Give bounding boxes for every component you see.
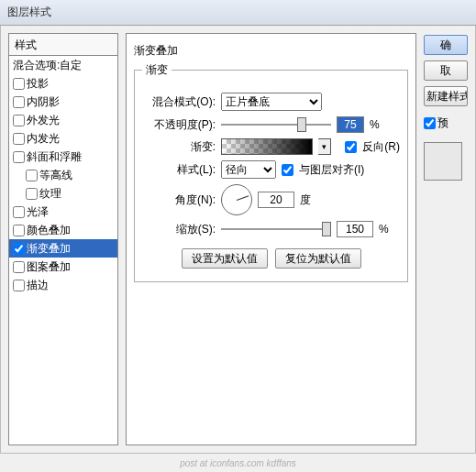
sidebar-label-5: 斜面和浮雕 [27,148,82,166]
sidebar-checkbox-5[interactable] [13,151,25,163]
sidebar-item-10[interactable]: 渐变叠加 [9,239,117,258]
sidebar-checkbox-2[interactable] [13,96,25,108]
scale-slider[interactable] [221,228,331,230]
sidebar-checkbox-10[interactable] [13,243,25,255]
styles-sidebar: 样式 混合选项:自定投影内阴影外发光内发光斜面和浮雕等高线纹理光泽颜色叠加渐变叠… [8,33,118,445]
sidebar-label-1: 投影 [27,74,49,93]
reverse-label: 反向(R) [362,139,400,155]
sidebar-header: 样式 [9,34,117,56]
group-title: 渐变叠加 [134,43,408,59]
sidebar-label-9: 颜色叠加 [27,221,71,239]
sidebar-label-12: 描边 [27,276,49,294]
sidebar-label-8: 光泽 [27,203,49,221]
sidebar-label-3: 外发光 [27,111,60,129]
sidebar-item-6[interactable]: 等高线 [9,166,117,184]
opacity-label: 不透明度(P): [142,117,216,133]
sidebar-label-4: 内发光 [27,129,60,148]
sidebar-item-5[interactable]: 斜面和浮雕 [9,148,117,166]
angle-unit: 度 [300,192,311,208]
scale-label: 缩放(S): [142,222,216,237]
sidebar-checkbox-4[interactable] [13,133,25,145]
sidebar-checkbox-1[interactable] [13,78,25,90]
gradient-fieldset: 渐变 混合模式(O): 正片叠底 不透明度(P): % 渐变: ▾ [134,62,408,282]
opacity-input[interactable] [337,116,364,133]
fieldset-legend: 渐变 [142,62,172,78]
sidebar-item-1[interactable]: 投影 [9,74,117,93]
sidebar-label-10: 渐变叠加 [27,239,71,258]
titlebar: 图层样式 [0,0,476,26]
ok-button[interactable]: 确 [424,35,468,55]
gradient-label: 渐变: [142,139,216,155]
preview-label: 预 [437,115,448,131]
sidebar-item-2[interactable]: 内阴影 [9,93,117,111]
angle-label: 角度(N): [142,192,216,208]
scale-unit: % [379,223,389,236]
reset-default-button[interactable]: 复位为默认值 [275,248,361,269]
scale-input[interactable] [337,221,373,237]
sidebar-checkbox-6[interactable] [26,170,38,181]
sidebar-checkbox-12[interactable] [13,280,25,291]
preview-checkbox[interactable] [424,117,436,129]
sidebar-label-2: 内阴影 [27,93,60,111]
align-label: 与图层对齐(I) [299,162,364,178]
sidebar-item-7[interactable]: 纹理 [9,184,117,203]
sidebar-item-0[interactable]: 混合选项:自定 [9,56,117,74]
preview-swatch [424,142,462,181]
opacity-unit: % [370,118,380,131]
style-label: 样式(L): [142,162,216,178]
sidebar-item-12[interactable]: 描边 [9,276,117,294]
gradient-preview[interactable] [221,138,313,155]
window-title: 图层样式 [7,5,51,20]
sidebar-checkbox-7[interactable] [26,188,38,200]
sidebar-item-8[interactable]: 光泽 [9,203,117,221]
sidebar-checkbox-9[interactable] [13,225,25,236]
main-panel: 渐变叠加 渐变 混合模式(O): 正片叠底 不透明度(P): % 渐变: [126,33,416,445]
angle-dial[interactable] [221,184,252,215]
sidebar-item-3[interactable]: 外发光 [9,111,117,129]
gradient-dropdown-icon[interactable]: ▾ [318,138,331,155]
sidebar-label-6: 等高线 [39,166,72,184]
cancel-button[interactable]: 取 [424,60,468,81]
blend-mode-select[interactable]: 正片叠底 [221,93,322,111]
sidebar-item-11[interactable]: 图案叠加 [9,258,117,276]
sidebar-label-11: 图案叠加 [27,258,71,276]
sidebar-item-4[interactable]: 内发光 [9,129,117,148]
sidebar-label-0: 混合选项:自定 [13,56,82,74]
sidebar-checkbox-8[interactable] [13,206,25,218]
right-buttons: 确 取 新建样式 预 [424,33,468,445]
align-checkbox[interactable] [282,164,293,176]
sidebar-checkbox-11[interactable] [13,261,25,273]
new-style-button[interactable]: 新建样式 [424,86,468,106]
sidebar-item-9[interactable]: 颜色叠加 [9,221,117,239]
style-select[interactable]: 径向 [221,160,276,179]
sidebar-label-7: 纹理 [39,184,61,203]
opacity-slider[interactable] [221,124,331,126]
reverse-checkbox[interactable] [345,141,357,153]
make-default-button[interactable]: 设置为默认值 [182,248,268,269]
footer-text: post at iconfans.com kdffans [0,458,476,468]
angle-input[interactable] [258,192,294,208]
blend-mode-label: 混合模式(O): [142,94,216,110]
sidebar-list: 混合选项:自定投影内阴影外发光内发光斜面和浮雕等高线纹理光泽颜色叠加渐变叠加图案… [9,56,117,445]
sidebar-checkbox-3[interactable] [13,115,25,126]
